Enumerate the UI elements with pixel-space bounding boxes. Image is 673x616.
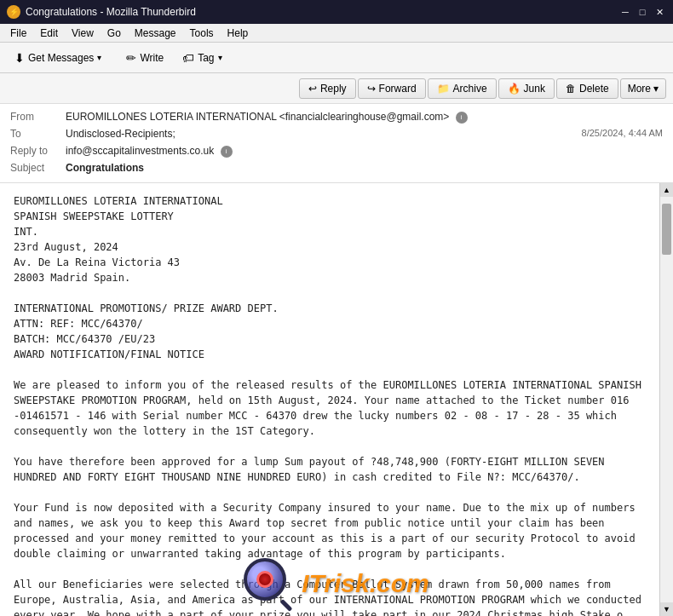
write-button[interactable]: ✏ Write [118, 47, 171, 69]
subject-label: Subject [10, 162, 66, 174]
menu-go[interactable]: Go [101, 26, 128, 41]
body-paragraph: AWARD NOTIFICATION/FINAL NOTICE [14, 347, 653, 362]
delete-button[interactable]: 🗑 Delete [556, 78, 618, 99]
body-paragraph: INTERNATIONAL PROMOTIONS/ PRIZE AWARD DE… [14, 301, 653, 316]
body-paragraph: Your Fund is now deposited with a Securi… [14, 500, 653, 561]
minimize-button[interactable]: ─ [618, 6, 632, 18]
action-bar: ↩ Reply ↪ Forward 📁 Archive 🔥 Junk 🗑 Del… [0, 73, 673, 104]
from-email-icon: i [456, 112, 468, 124]
scrollbar[interactable]: ▲ ▼ [659, 183, 673, 616]
body-paragraph: INT. [14, 224, 653, 239]
body-paragraph: We are pleased to inform you of the rele… [14, 377, 653, 439]
body-paragraph: 28003 Madrid Spain. [14, 270, 653, 285]
reply-to-email-icon: i [221, 146, 233, 158]
junk-icon: 🔥 [508, 83, 521, 95]
close-button[interactable]: ✕ [653, 6, 666, 18]
junk-button[interactable]: 🔥 Junk [498, 78, 555, 99]
maximize-button[interactable]: □ [636, 6, 649, 18]
email-headers: From EUROMILLONES LOTERIA INTERNATIONAL … [0, 104, 673, 183]
title-bar: ⚡ Congratulations - Mozilla Thunderbird … [0, 0, 673, 24]
from-row: From EUROMILLONES LOTERIA INTERNATIONAL … [10, 109, 663, 126]
body-paragraph: ATTN: REF: MCC/64370/ [14, 316, 653, 331]
menu-edit[interactable]: Edit [33, 26, 65, 41]
more-dropdown-icon: ▾ [653, 83, 659, 95]
archive-button[interactable]: 📁 Archive [428, 78, 497, 99]
reply-icon: ↩ [308, 83, 317, 95]
to-label: To [10, 128, 66, 140]
body-paragraph: Av. De La Reina Victoria 43 [14, 255, 653, 270]
app-window: ⚡ Congratulations - Mozilla Thunderbird … [0, 0, 673, 616]
tag-dropdown-icon[interactable]: ▾ [218, 53, 228, 62]
body-paragraph: BATCH: MCC/64370 /EU/23 [14, 331, 653, 347]
body-paragraph: SPANISH SWEEPSTAKE LOTTERY [14, 209, 653, 224]
delete-icon: 🗑 [566, 83, 576, 95]
body-paragraph: 23rd August, 2024 [14, 239, 653, 255]
subject-row: Subject Congratulations [10, 160, 663, 177]
from-value: EUROMILLONES LOTERIA INTERNATIONAL <fina… [66, 111, 663, 124]
get-messages-icon: ⬇ [14, 51, 25, 65]
scrollbar-track[interactable] [660, 197, 673, 602]
archive-icon: 📁 [437, 83, 450, 95]
body-paragraph: EUROMILLONES LOTERIA INTERNATIONAL [14, 193, 653, 209]
menu-view[interactable]: View [65, 26, 101, 41]
date-value: 8/25/2024, 4:44 AM [582, 128, 663, 138]
body-paragraph: You have therefore been approved for a l… [14, 454, 653, 485]
window-title: Congratulations - Mozilla Thunderbird [26, 6, 196, 18]
menu-bar: File Edit View Go Message Tools Help [0, 24, 673, 43]
forward-icon: ↪ [367, 83, 376, 95]
to-row: To Undisclosed-Recipients; 8/25/2024, 4:… [10, 126, 663, 143]
email-body-container: EUROMILLONES LOTERIA INTERNATIONALSPANIS… [0, 183, 673, 616]
reply-to-label: Reply to [10, 145, 66, 157]
reply-button[interactable]: ↩ Reply [299, 78, 356, 99]
thunderbird-icon: ⚡ [7, 5, 20, 19]
more-button[interactable]: More ▾ [620, 78, 666, 99]
write-icon: ✏ [126, 51, 136, 65]
email-body: EUROMILLONES LOTERIA INTERNATIONALSPANIS… [0, 183, 673, 616]
tag-button[interactable]: 🏷 Tag ▾ [175, 47, 235, 69]
menu-file[interactable]: File [3, 26, 33, 41]
menu-message[interactable]: Message [128, 26, 183, 41]
reply-to-row: Reply to info@sccapitalinvestments.co.uk… [10, 143, 663, 160]
menu-tools[interactable]: Tools [183, 26, 221, 41]
main-toolbar: ⬇ Get Messages ▾ ✏ Write 🏷 Tag ▾ [0, 43, 673, 73]
scroll-down-arrow[interactable]: ▼ [660, 602, 674, 616]
body-paragraph: All our Beneficiaries were selected thro… [14, 577, 653, 616]
title-bar-left: ⚡ Congratulations - Mozilla Thunderbird [7, 5, 196, 19]
reply-to-value: info@sccapitalinvestments.co.uk i [66, 145, 663, 158]
get-messages-dropdown-icon[interactable]: ▾ [97, 53, 107, 62]
get-messages-button[interactable]: ⬇ Get Messages ▾ [7, 47, 115, 69]
scroll-up-arrow[interactable]: ▲ [660, 183, 674, 197]
subject-value: Congratulations [66, 162, 663, 174]
forward-button[interactable]: ↪ Forward [358, 78, 426, 99]
to-value: Undisclosed-Recipients; [66, 128, 582, 140]
menu-help[interactable]: Help [221, 26, 256, 41]
tag-icon: 🏷 [182, 51, 194, 65]
from-label: From [10, 111, 66, 123]
scrollbar-thumb[interactable] [662, 204, 671, 255]
title-bar-controls: ─ □ ✕ [618, 6, 666, 18]
